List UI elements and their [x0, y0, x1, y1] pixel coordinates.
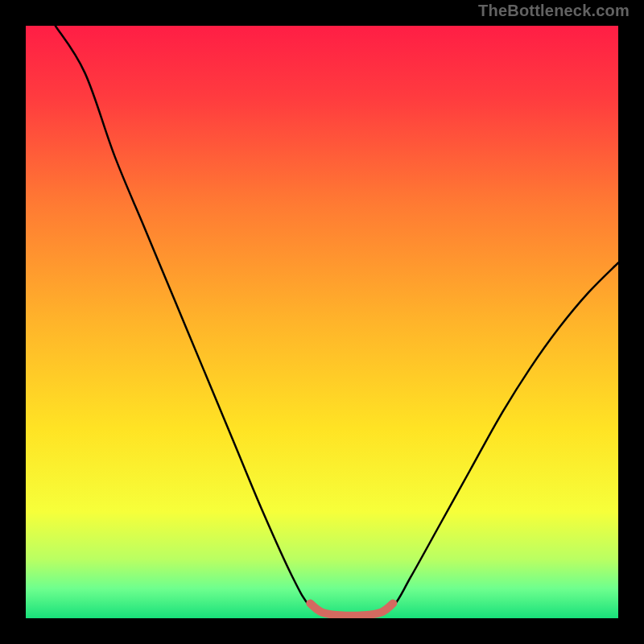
watermark-text: TheBottleneck.com	[478, 2, 630, 20]
curve-layer	[26, 26, 618, 618]
optimal-zone-curve	[310, 604, 393, 616]
plot-area	[26, 26, 618, 618]
chart-frame: TheBottleneck.com	[0, 0, 644, 644]
bottleneck-curve	[56, 26, 618, 616]
